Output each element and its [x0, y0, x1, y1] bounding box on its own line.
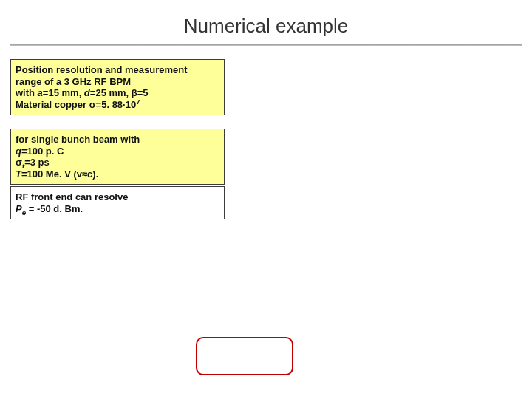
text-line: Position resolution and measurement [16, 64, 219, 76]
text: Position resolution and measurement [16, 64, 188, 75]
text: range of a [16, 76, 64, 87]
highlight-frame [196, 337, 293, 375]
variable-d: d [84, 87, 90, 98]
text-line: Material copper σ=5. 88·107 [16, 99, 219, 111]
text: =3 ps [24, 157, 50, 168]
spec-box-rf-front-end: RF front end can resolve Pe = -50 d. Bm. [10, 186, 225, 219]
text: =100 p. C [21, 146, 64, 157]
variable-P: P [16, 203, 22, 214]
text-line: σt=3 ps [16, 157, 219, 168]
text-line: with a=15 mm, d=25 mm, β=5 [16, 87, 219, 99]
text: = -50 d. Bm. [26, 203, 83, 214]
text-line: Pe = -50 d. Bm. [16, 203, 219, 215]
spec-box-position-resolution: Position resolution and measurement rang… [10, 59, 225, 115]
text-line: RF front end can resolve [16, 191, 219, 203]
text: =100 Me. V (v≈c). [21, 168, 98, 180]
slide-title: Numerical example [0, 15, 532, 38]
title-underline [10, 44, 522, 46]
text: =15 mm, [43, 87, 84, 98]
text-line: for single bunch beam with [16, 134, 219, 146]
text: Material copper σ= [16, 99, 101, 110]
text: 3 GHz RF BPM [64, 76, 131, 87]
text-line: T=100 Me. V (v≈c). [16, 168, 219, 180]
exponent: 7 [136, 97, 140, 105]
variable-a: a [38, 87, 43, 98]
variable-sigma: σ [16, 157, 22, 168]
spec-box-single-bunch: for single bunch beam with q=100 p. C σt… [10, 129, 225, 185]
text: 5. 88·10 [101, 99, 136, 110]
text: for single bunch beam with [16, 134, 140, 145]
text-line: q=100 p. C [16, 146, 219, 157]
text-line: range of a 3 GHz RF BPM [16, 76, 219, 88]
variable-T: T [16, 168, 21, 180]
slide-root: Numerical example Position resolution an… [0, 0, 532, 399]
variable-q: q [16, 146, 21, 157]
text: RF front end can resolve [16, 191, 128, 202]
